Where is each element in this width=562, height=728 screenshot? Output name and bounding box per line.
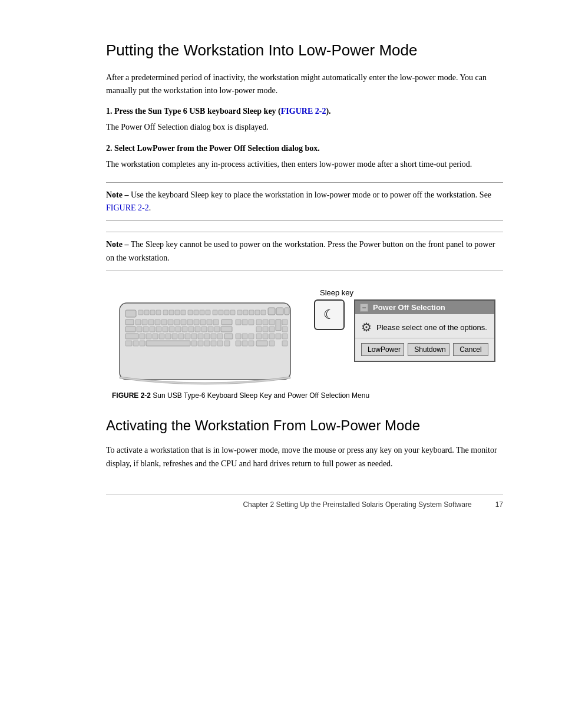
svg-rect-36 bbox=[194, 319, 199, 325]
svg-rect-41 bbox=[236, 319, 241, 325]
svg-rect-34 bbox=[181, 319, 186, 325]
svg-rect-43 bbox=[249, 319, 254, 325]
svg-rect-21 bbox=[255, 310, 260, 315]
svg-rect-62 bbox=[214, 327, 220, 332]
note1-fig-link[interactable]: FIGURE 2-2 bbox=[106, 203, 149, 212]
svg-rect-14 bbox=[213, 310, 217, 315]
figure-inner: Sleep key ☾ − Power Off Selection ⚙ Plea… bbox=[114, 285, 495, 386]
svg-rect-52 bbox=[150, 327, 155, 332]
svg-rect-83 bbox=[236, 334, 241, 339]
svg-rect-15 bbox=[219, 310, 223, 315]
svg-rect-31 bbox=[161, 319, 167, 325]
figure-caption-bold: FIGURE 2-2 bbox=[112, 391, 151, 400]
note1-label: Note – bbox=[106, 190, 129, 199]
step-1-header-end: ). bbox=[326, 107, 330, 116]
note-box-1: Note – Use the keyboard Sleep key to pla… bbox=[106, 182, 503, 222]
power-off-dialog: − Power Off Selection ⚙ Please select on… bbox=[354, 299, 495, 362]
figure-area: Sleep key ☾ − Power Off Selection ⚙ Plea… bbox=[106, 285, 503, 400]
svg-rect-82 bbox=[224, 334, 233, 339]
svg-rect-68 bbox=[125, 334, 138, 339]
section2-body: To activate a workstation that is in low… bbox=[106, 444, 503, 470]
svg-rect-85 bbox=[249, 334, 254, 339]
svg-rect-93 bbox=[140, 341, 145, 346]
svg-rect-32 bbox=[168, 319, 173, 325]
note2-body: The Sleep key cannot be used to power on… bbox=[106, 240, 495, 262]
svg-rect-99 bbox=[217, 341, 223, 346]
svg-rect-28 bbox=[142, 319, 147, 325]
shutdown-button[interactable]: Shutdown bbox=[408, 343, 449, 356]
steps-list: 1. Press the Sun Type 6 USB keyboard Sle… bbox=[106, 105, 503, 172]
svg-rect-64 bbox=[256, 327, 262, 332]
svg-rect-78 bbox=[198, 334, 203, 339]
step-1: 1. Press the Sun Type 6 USB keyboard Sle… bbox=[106, 105, 503, 134]
step-1-fig-link[interactable]: FIGURE 2-2 bbox=[281, 107, 326, 116]
svg-rect-27 bbox=[135, 319, 141, 325]
svg-rect-45 bbox=[263, 319, 268, 325]
dialog-warning-icon: ⚙ bbox=[361, 320, 372, 334]
svg-rect-56 bbox=[176, 327, 181, 332]
svg-rect-91 bbox=[125, 341, 132, 346]
svg-rect-1 bbox=[125, 310, 136, 317]
svg-rect-23 bbox=[268, 308, 275, 315]
svg-rect-74 bbox=[172, 334, 177, 339]
keyboard-image bbox=[114, 285, 296, 386]
dialog-buttons: LowPower Shutdown Cancel bbox=[355, 338, 494, 361]
dialog-title-bar: − Power Off Selection bbox=[355, 301, 494, 314]
step-1-number: 1. bbox=[106, 107, 113, 116]
dialog-title-text: Power Off Selection bbox=[373, 303, 445, 312]
svg-rect-8 bbox=[175, 310, 180, 315]
svg-rect-80 bbox=[211, 334, 216, 339]
svg-rect-46 bbox=[269, 319, 275, 325]
svg-rect-87 bbox=[263, 334, 268, 339]
note2-text: Note – The Sleep key cannot be used to p… bbox=[106, 238, 503, 265]
svg-rect-65 bbox=[263, 327, 268, 332]
note1-body: Use the keyboard Sleep key to place the … bbox=[129, 190, 492, 199]
page-footer: Chapter 2 Setting Up the Preinstalled So… bbox=[106, 494, 503, 509]
svg-rect-19 bbox=[243, 310, 248, 315]
cancel-button[interactable]: Cancel bbox=[453, 343, 488, 356]
section2-title: Activating the Workstation From Low-Powe… bbox=[106, 416, 503, 434]
svg-rect-92 bbox=[133, 341, 138, 346]
svg-rect-79 bbox=[204, 334, 210, 339]
svg-rect-37 bbox=[200, 319, 206, 325]
svg-rect-33 bbox=[174, 319, 180, 325]
section1-title: Putting the Workstation Into Low-Power M… bbox=[106, 41, 503, 60]
svg-rect-81 bbox=[217, 334, 223, 339]
figure-caption: FIGURE 2-2 Sun USB Type-6 Keyboard Sleep… bbox=[112, 391, 369, 400]
footer-page-number: 17 bbox=[495, 500, 503, 509]
svg-rect-9 bbox=[181, 310, 186, 315]
svg-rect-7 bbox=[169, 310, 174, 315]
svg-rect-6 bbox=[163, 310, 168, 315]
svg-rect-44 bbox=[256, 319, 262, 325]
svg-rect-55 bbox=[169, 327, 174, 332]
sleep-key-button[interactable]: ☾ bbox=[314, 299, 345, 330]
svg-rect-3 bbox=[144, 310, 149, 315]
svg-rect-95 bbox=[191, 341, 197, 346]
page-container: Putting the Workstation Into Low-Power M… bbox=[0, 0, 562, 544]
svg-rect-67 bbox=[282, 327, 287, 332]
svg-rect-38 bbox=[207, 319, 212, 325]
dialog-minimize-icon[interactable]: − bbox=[360, 304, 368, 312]
sleep-key-row: ☾ − Power Off Selection ⚙ Please select … bbox=[305, 299, 495, 362]
svg-rect-76 bbox=[185, 334, 190, 339]
svg-rect-73 bbox=[166, 334, 171, 339]
svg-rect-24 bbox=[276, 308, 283, 315]
figure-caption-text: Sun USB Type-6 Keyboard Sleep Key and Po… bbox=[151, 391, 369, 400]
note2-label: Note – bbox=[106, 240, 129, 249]
dialog-body: ⚙ Please select one of the options. bbox=[355, 314, 494, 338]
svg-rect-26 bbox=[125, 319, 134, 325]
intro-paragraph: After a predetermined period of inactivi… bbox=[106, 71, 503, 98]
svg-rect-63 bbox=[221, 327, 232, 332]
svg-rect-30 bbox=[155, 319, 160, 325]
svg-rect-104 bbox=[256, 341, 267, 346]
lowpower-button[interactable]: LowPower bbox=[361, 343, 404, 356]
step-2-number: 2. bbox=[106, 144, 113, 153]
svg-rect-102 bbox=[242, 341, 247, 346]
svg-rect-105 bbox=[269, 341, 275, 346]
svg-rect-53 bbox=[156, 327, 161, 332]
svg-rect-98 bbox=[211, 341, 216, 346]
footer-chapter-text: Chapter 2 Setting Up the Preinstalled So… bbox=[243, 500, 471, 509]
svg-rect-20 bbox=[249, 310, 254, 315]
svg-rect-57 bbox=[182, 327, 187, 332]
svg-rect-25 bbox=[285, 308, 289, 315]
